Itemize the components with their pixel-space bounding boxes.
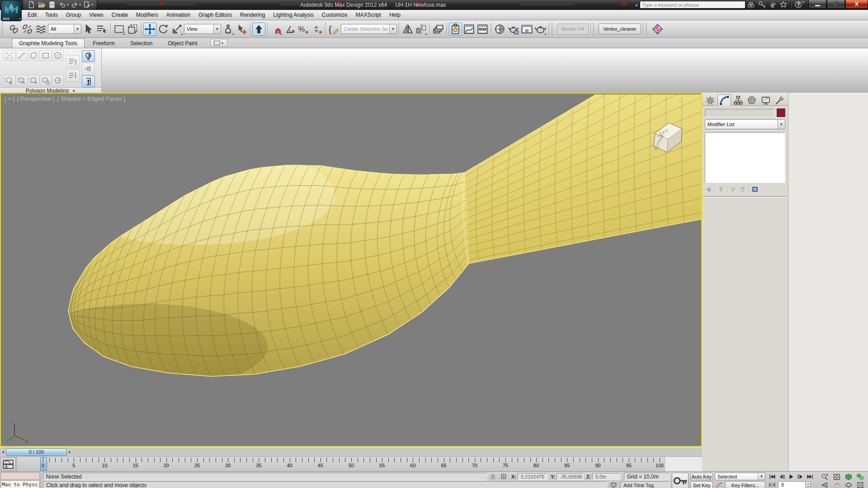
- zoom-extents-all-button[interactable]: [856, 473, 865, 481]
- window-crossing-toggle-button[interactable]: [126, 23, 139, 36]
- bind-to-space-warp-button[interactable]: [34, 23, 47, 36]
- ribbon-tab-freeform[interactable]: Freeform: [85, 38, 122, 48]
- snaps-toggle-button[interactable]: [269, 23, 283, 36]
- ribbon-tab-selection[interactable]: Selection: [123, 38, 160, 48]
- show-cage-button[interactable]: [82, 75, 95, 87]
- infocenter-search-input[interactable]: [640, 1, 745, 9]
- render-production-button[interactable]: [534, 23, 547, 36]
- select-by-name-button[interactable]: [95, 23, 108, 36]
- display-tab[interactable]: [759, 95, 773, 105]
- maximize-viewport-toggle-button[interactable]: [856, 481, 865, 488]
- new-file-button[interactable]: [27, 1, 36, 9]
- pin-stack-ribbon-button[interactable]: [82, 63, 95, 75]
- menu-item-lighting-analysis[interactable]: Lighting Analysis: [269, 10, 317, 19]
- menu-item-graph-editors[interactable]: Graph Editors: [194, 10, 236, 19]
- configure-modifier-sets-button[interactable]: [751, 186, 759, 193]
- modify-mode-button[interactable]: [16, 75, 28, 86]
- unlink-selection-button[interactable]: [21, 23, 34, 36]
- menu-item-animation[interactable]: Animation: [162, 10, 194, 19]
- edit-poly-mode-button[interactable]: [28, 75, 40, 86]
- menu-item-edit[interactable]: Edit: [24, 10, 41, 19]
- track-bar-ruler[interactable]: 0510152025303540455055606570758085909510…: [16, 457, 702, 471]
- element-subobject-button[interactable]: [52, 50, 64, 61]
- named-selection-sets-dropdown[interactable]: Create Selection Se ▼: [341, 24, 397, 34]
- material-editor-button[interactable]: [493, 23, 506, 36]
- dropdown-arrow-icon[interactable]: ▼: [778, 120, 785, 129]
- generate-topology-button[interactable]: [40, 75, 52, 86]
- border-fill-button[interactable]: Border Fill: [557, 23, 589, 34]
- select-and-move-button[interactable]: [143, 23, 156, 36]
- z-coord-field[interactable]: 0,0m: [592, 473, 620, 480]
- time-slider-left-arrow[interactable]: ◂: [0, 450, 6, 454]
- modify-tab[interactable]: [717, 94, 731, 106]
- menu-item-help[interactable]: Help: [385, 10, 405, 19]
- curve-editor-button[interactable]: [462, 23, 476, 36]
- fuselage-mesh-canvas[interactable]: LEFTBOTTOMzx: [1, 94, 701, 447]
- use-pivot-point-center-button[interactable]: [222, 23, 235, 36]
- infocenter-expander-icon[interactable]: ▸: [636, 3, 638, 7]
- workspace-dropdown-caret[interactable]: ▾: [91, 3, 93, 7]
- y-coord-field[interactable]: -35,00598: [557, 473, 584, 480]
- motion-tab[interactable]: [745, 95, 759, 105]
- pan-view-button[interactable]: [832, 481, 841, 488]
- ribbon-tab-object-paint[interactable]: Object Paint: [160, 38, 204, 48]
- time-slider[interactable]: 0 / 100: [6, 448, 67, 456]
- viewport-general-menu[interactable]: [ + ]: [5, 95, 14, 102]
- sign-in-key-icon[interactable]: [756, 0, 767, 9]
- open-file-button[interactable]: [37, 1, 46, 9]
- current-frame-input[interactable]: [780, 482, 803, 488]
- zoom-all-button[interactable]: [832, 473, 841, 481]
- object-color-swatch[interactable]: [777, 108, 785, 117]
- x-coord-field[interactable]: 0,2162475: [518, 473, 547, 480]
- menu-item-group[interactable]: Group: [62, 10, 85, 19]
- selection-lock-icon[interactable]: [489, 473, 497, 480]
- redo-dropdown-caret[interactable]: ▾: [79, 3, 81, 7]
- minimize-button[interactable]: [808, 0, 826, 9]
- maxscript-mini-listener-white[interactable]: Max to Physc:: [0, 480, 40, 488]
- set-key-button[interactable]: Set Key: [690, 481, 713, 488]
- go-to-end-button[interactable]: [806, 473, 814, 480]
- dropdown-arrow-icon[interactable]: ▼: [74, 24, 81, 33]
- frame-spinner[interactable]: ▲▼: [806, 481, 811, 488]
- ribbon-minimize-button[interactable]: ▾: [210, 39, 227, 47]
- make-unique-button[interactable]: [730, 186, 737, 193]
- edge-subobject-button[interactable]: [16, 50, 28, 61]
- graphite-modeling-tools-toggle-button[interactable]: [449, 23, 462, 36]
- menu-item-create[interactable]: Create: [108, 10, 132, 19]
- close-button[interactable]: X: [845, 0, 868, 9]
- rendered-frame-window-button[interactable]: [520, 23, 533, 36]
- application-menu-button[interactable]: 3DS ▾: [1, 0, 22, 21]
- help-dropdown-caret[interactable]: ▾: [802, 0, 804, 4]
- save-file-button[interactable]: [47, 1, 57, 9]
- undo-dropdown-caret[interactable]: ▾: [67, 3, 69, 7]
- undo-button[interactable]: [58, 1, 67, 9]
- open-mini-curve-editor-button[interactable]: [1, 458, 15, 471]
- vertex-cleaner-script-icon[interactable]: [651, 23, 664, 36]
- edit-named-selection-sets-button[interactable]: {: [327, 23, 340, 36]
- border-subobject-button[interactable]: [28, 50, 40, 61]
- select-and-scale-button[interactable]: [170, 23, 184, 36]
- remove-modifier-button[interactable]: [739, 186, 746, 193]
- render-setup-button[interactable]: [507, 23, 520, 36]
- menu-item-rendering[interactable]: Rendering: [236, 10, 269, 19]
- menu-item-customize[interactable]: Customize: [318, 10, 352, 19]
- set-keys-button[interactable]: [672, 473, 689, 488]
- auto-key-button[interactable]: Auto Key: [690, 473, 713, 480]
- ribbon-tab-graphite-modeling-tools[interactable]: Graphite Modeling Tools: [12, 38, 85, 48]
- select-and-rotate-button[interactable]: [157, 23, 170, 36]
- object-name-field[interactable]: [705, 109, 774, 117]
- key-filters-button[interactable]: Key Filters...: [725, 481, 765, 488]
- schematic-view-button[interactable]: [476, 23, 489, 36]
- listener-splitter[interactable]: [41, 473, 42, 488]
- key-mode-toggle-button[interactable]: [768, 481, 776, 488]
- field-of-view-button[interactable]: [820, 481, 829, 488]
- zoom-tool-button[interactable]: [820, 473, 829, 481]
- previous-frame-button[interactable]: [778, 473, 786, 480]
- orbit-button[interactable]: [844, 481, 853, 488]
- vertex-cleaner-button[interactable]: Vertex_cleaner: [599, 23, 641, 34]
- select-and-link-button[interactable]: [7, 23, 20, 36]
- perspective-viewport[interactable]: LEFTBOTTOMzx [ + ] [ Perspective ] [ Sha…: [0, 93, 702, 447]
- absolute-offset-mode-icon[interactable]: [500, 473, 508, 480]
- isolate-selection-icon[interactable]: [609, 481, 618, 488]
- spinner-snap-toggle-button[interactable]: [310, 23, 323, 36]
